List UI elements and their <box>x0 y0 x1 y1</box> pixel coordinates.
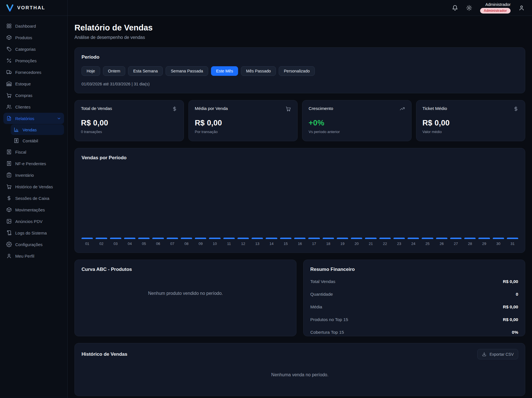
bar-axis-label: 18 <box>323 242 334 246</box>
bar-axis-label: 05 <box>138 242 150 246</box>
filter-button-mes-passado[interactable]: Mês Passado <box>241 66 276 76</box>
bar-axis-label: 11 <box>223 242 235 246</box>
export-csv-button[interactable]: Exportar CSV <box>477 349 518 359</box>
sidebar-item-label: Dashboard <box>15 24 36 28</box>
sidebar-item-configuracoes[interactable]: Configurações <box>3 239 64 250</box>
bar-column-23: 23 <box>393 238 405 246</box>
bar-axis-label: 24 <box>408 242 419 246</box>
bar-day-04 <box>124 238 135 239</box>
sidebar-item-estoque[interactable]: Estoque <box>3 78 64 89</box>
bar-axis-label: 30 <box>493 242 504 246</box>
bar-day-26 <box>436 238 447 239</box>
bar-column-06: 06 <box>152 238 164 246</box>
filter-button-ontem[interactable]: Ontem <box>103 66 126 76</box>
stat-card-value: R$ 0,00 <box>423 119 519 127</box>
filter-button-semana-passada[interactable]: Semana Passada <box>166 66 208 76</box>
abc-empty-message: Nenhum produto vendido no período. <box>82 291 289 296</box>
filter-button-hoje[interactable]: Hoje <box>82 66 100 76</box>
sidebar-item-label: NF-e Pendentes <box>15 161 46 166</box>
sidebar-item-anuncios-pdv[interactable]: Anúncios PDV <box>3 216 64 227</box>
download-icon <box>482 352 487 357</box>
stat-card-sublabel: Vs período anterior <box>309 130 405 134</box>
sidebar-item-meu-perfil[interactable]: Meu Perfil <box>3 250 64 262</box>
stat-card-header: Média por Venda <box>195 106 291 112</box>
bar-column-16: 16 <box>294 238 305 246</box>
bar-column-21: 21 <box>365 238 376 246</box>
bar-day-30 <box>493 238 504 239</box>
dashboard-icon <box>6 23 12 29</box>
bar-axis-label: 15 <box>280 242 291 246</box>
notifications-button[interactable] <box>452 5 458 11</box>
filter-button-este-mes[interactable]: Este Mês <box>211 66 238 76</box>
bar-day-28 <box>464 238 476 239</box>
bar-axis-label: 19 <box>337 242 348 246</box>
sidebar-item-historico-de-vendas[interactable]: Histórico de Vendas <box>3 181 64 192</box>
bar-day-27 <box>450 238 461 239</box>
stat-card-label: Total de Vendas <box>81 106 112 111</box>
bar-axis-label: 06 <box>152 242 164 246</box>
sun-icon <box>466 5 472 11</box>
sidebar-item-movimentacoes[interactable]: Movimentações <box>3 204 64 215</box>
abc-curve-card: Curva ABC - Produtos Nenhum produto vend… <box>74 260 296 336</box>
sidebar-item-nf-e-pendentes[interactable]: NF-e Pendentes <box>3 158 64 169</box>
stat-card-total-de-vendas: Total de VendasR$ 0,000 transações <box>74 100 184 141</box>
filter-button-esta-semana[interactable]: Esta Semana <box>128 66 163 76</box>
sidebar-item-relatorios[interactable]: Relatórios <box>3 113 64 124</box>
bar-axis-label: 14 <box>266 242 277 246</box>
history-empty-message: Nenhuma venda no período. <box>271 372 329 377</box>
sidebar-item-label: Meu Perfil <box>15 254 34 258</box>
bar-column-02: 02 <box>96 238 107 246</box>
user-block: Administrador Administrador <box>480 2 511 14</box>
sidebar-item-sessoes-de-caixa[interactable]: Sessões de Caixa <box>3 193 64 204</box>
bar-day-03 <box>110 238 121 239</box>
filter-button-personalizado[interactable]: Personalizado <box>279 66 315 76</box>
page-title: Relatório de Vendas <box>74 23 525 32</box>
vorthal-logo-icon <box>6 4 14 12</box>
user-icon <box>6 253 12 259</box>
cart-icon <box>6 184 12 189</box>
receipt-icon <box>6 149 12 155</box>
bar-axis-label: 02 <box>96 242 107 246</box>
sidebar-item-produtos[interactable]: Produtos <box>3 32 64 43</box>
profile-button[interactable] <box>518 5 525 11</box>
bar-day-09 <box>195 238 206 239</box>
warehouse-icon <box>6 81 12 87</box>
sidebar-item-logs-do-sistema[interactable]: Logs do Sistema <box>3 227 64 238</box>
export-csv-label: Exportar CSV <box>489 352 514 357</box>
bar-column-18: 18 <box>323 238 334 246</box>
sidebar-subitem-vendas[interactable]: Vendas <box>11 124 64 135</box>
sidebar-item-label: Histórico de Vendas <box>15 184 53 189</box>
dollar-icon <box>172 106 177 112</box>
sidebar-item-dashboard[interactable]: Dashboard <box>3 20 64 32</box>
image-icon <box>6 218 12 224</box>
sidebar-subitem-contabil[interactable]: Contábil <box>11 135 64 146</box>
bar-day-23 <box>393 238 405 239</box>
sidebar-item-fiscal[interactable]: Fiscal <box>3 146 64 158</box>
clipboard-icon <box>6 172 12 178</box>
bar-axis-label: 27 <box>450 242 461 246</box>
scroll-icon <box>6 230 12 236</box>
bar-day-18 <box>323 238 334 239</box>
sidebar-item-categorias[interactable]: Categorias <box>3 43 64 55</box>
bar-column-10: 10 <box>209 238 220 246</box>
dollar-icon <box>6 195 12 201</box>
bar-day-12 <box>238 238 249 239</box>
sidebar-item-promocoes[interactable]: Promoções <box>3 55 64 66</box>
theme-toggle-button[interactable] <box>466 5 472 11</box>
summary-row-value: 0 <box>516 292 518 297</box>
stat-card-value: R$ 0,00 <box>81 119 177 127</box>
bar-column-04: 04 <box>124 238 135 246</box>
sidebar-item-inventario[interactable]: Inventário <box>3 169 64 181</box>
stat-cards-row: Total de VendasR$ 0,000 transaçõesMédia … <box>74 100 525 141</box>
bar-day-01 <box>82 238 93 239</box>
stat-card-header: Crescimento <box>309 106 405 112</box>
summary-row-cobertura-top-15: Cobertura Top 150% <box>310 326 518 339</box>
sidebar-item-compras[interactable]: Compras <box>3 90 64 101</box>
topbar: VORTHAL Administrador Administrador <box>0 0 532 16</box>
chevron-down-icon <box>57 116 61 121</box>
sidebar-item-clientes[interactable]: Clientes <box>3 101 64 112</box>
sidebar-item-label: Logs do Sistema <box>15 231 47 235</box>
users-icon <box>6 104 12 110</box>
sidebar-item-fornecedores[interactable]: Fornecedores <box>3 67 64 78</box>
bar-day-22 <box>379 238 391 239</box>
